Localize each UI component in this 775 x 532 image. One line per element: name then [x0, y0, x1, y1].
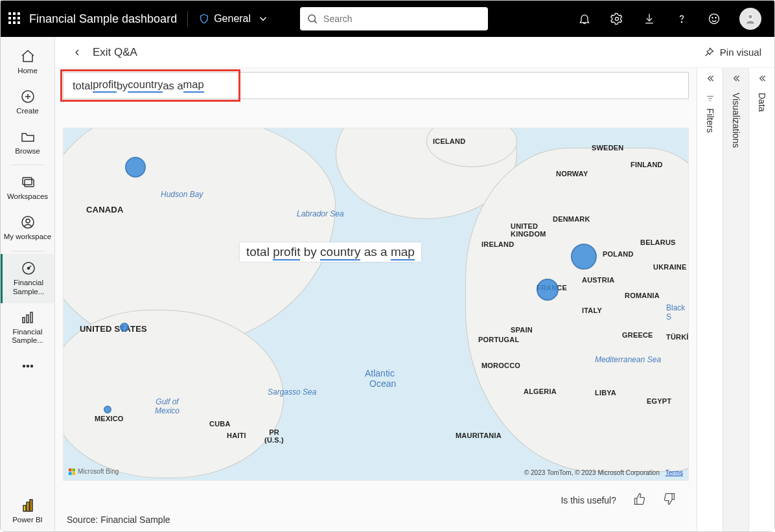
terms-link[interactable]: Terms	[665, 469, 683, 476]
bing-logo-icon	[69, 468, 75, 475]
qna-term-country: country	[128, 78, 163, 93]
top-bar: Financial Sample dashboard General	[1, 1, 774, 37]
nav-my-workspace[interactable]: My workspace	[1, 208, 54, 248]
collapse-viz-icon[interactable]	[731, 73, 741, 84]
label-belarus: BELARUS	[640, 238, 676, 246]
bubble-canada[interactable]	[125, 157, 146, 178]
label-haiti: HAITI	[227, 432, 246, 439]
gauge-icon	[21, 260, 36, 276]
label-gulf-mexico: Gulf of Mexico	[148, 397, 187, 415]
sensitivity-dropdown[interactable]: General	[198, 13, 269, 25]
smiley-icon	[708, 12, 721, 25]
nav-powerbi[interactable]: Power BI	[1, 491, 54, 531]
chevron-left-icon	[72, 47, 82, 58]
label-us: UNITED STATES	[80, 324, 147, 334]
label-uk: UNITED KINGDOM	[511, 222, 556, 238]
exit-qna-label[interactable]: Exit Q&A	[93, 46, 137, 59]
pin-label: Pin visual	[720, 47, 761, 58]
label-pr: PR (U.S.)	[261, 428, 287, 444]
data-pane[interactable]: Data	[748, 68, 774, 531]
filters-pane[interactable]: Filters	[697, 68, 723, 531]
label-spain: SPAIN	[511, 326, 533, 334]
person-circle-icon	[20, 214, 36, 230]
bubble-germany[interactable]	[571, 244, 597, 270]
sensitivity-label: General	[214, 13, 251, 25]
nav-workspaces[interactable]: Workspaces	[1, 168, 54, 208]
notifications-button[interactable]	[577, 12, 592, 26]
svg-rect-11	[23, 178, 32, 185]
svg-rect-17	[23, 318, 25, 323]
divider	[187, 11, 188, 27]
settings-button[interactable]	[610, 12, 624, 26]
feedback-button[interactable]	[707, 12, 721, 26]
svg-point-22	[30, 365, 32, 367]
download-button[interactable]	[642, 12, 656, 26]
app-launcher-icon[interactable]	[8, 12, 21, 25]
pin-visual-button[interactable]: Pin visual	[703, 47, 761, 58]
bubble-mexico[interactable]	[104, 406, 111, 413]
data-label: Data	[757, 93, 767, 112]
svg-rect-28	[69, 472, 72, 475]
map-visual[interactable]: Hudson Bay Labrador Sea Sargasso Sea Gul…	[63, 128, 689, 481]
back-button[interactable]	[68, 43, 86, 62]
sub-header: Exit Q&A Pin visual	[55, 37, 774, 68]
label-portugal: PORTUGAL	[478, 336, 519, 343]
top-icon-group	[577, 8, 761, 30]
svg-point-7	[748, 14, 753, 19]
label-egypt: EGYPT	[647, 397, 671, 405]
person-icon	[744, 12, 757, 25]
collapse-filters-icon[interactable]	[705, 73, 715, 84]
svg-point-20	[23, 365, 25, 367]
chevron-down-icon	[257, 13, 269, 25]
qna-term-profit: profit	[93, 78, 117, 93]
svg-point-6	[715, 17, 716, 18]
nav-create-label: Create	[16, 107, 39, 116]
nav-powerbi-label: Power BI	[12, 516, 43, 525]
filters-label: Filters	[705, 108, 715, 133]
label-libya: LIBYA	[595, 389, 616, 397]
visualizations-pane[interactable]: Visualizations	[723, 68, 748, 531]
source-label: Source: Financial Sample	[63, 512, 689, 531]
qna-input[interactable]: total profit by country as a map	[63, 72, 689, 99]
svg-line-1	[314, 21, 316, 23]
account-avatar[interactable]	[739, 8, 761, 30]
nav-financial-sample-report[interactable]: Financial Sample...	[1, 303, 54, 353]
svg-rect-23	[23, 505, 26, 511]
qna-term-map: map	[183, 78, 204, 93]
bars-icon	[20, 310, 36, 325]
viz-label: Visualizations	[731, 93, 741, 148]
svg-rect-18	[27, 315, 29, 323]
nav-browse[interactable]: Browse	[1, 122, 54, 163]
thumbs-up-icon	[633, 492, 646, 505]
label-poland: POLAND	[603, 250, 634, 258]
nav-browse-label: Browse	[15, 147, 40, 156]
nav-fs2-label: Financial Sample...	[3, 328, 52, 346]
gear-icon	[610, 12, 623, 25]
nav-create[interactable]: Create	[1, 82, 54, 122]
feedback-question: Is this useful?	[561, 495, 616, 505]
bell-icon	[578, 12, 591, 25]
nav-more[interactable]	[1, 352, 54, 383]
label-canada: CANADA	[86, 205, 124, 214]
thumbs-up-button[interactable]	[633, 492, 646, 508]
right-panes: Filters Visualizations Data	[697, 68, 774, 531]
help-button[interactable]	[675, 12, 689, 26]
global-search[interactable]	[300, 7, 488, 30]
search-input[interactable]	[323, 14, 481, 24]
collapse-data-icon[interactable]	[757, 73, 767, 84]
svg-point-2	[616, 17, 619, 21]
dashboard-title: Financial Sample dashboard	[29, 12, 177, 26]
bing-attribution: Microsoft Bing	[69, 468, 119, 475]
bubble-france[interactable]	[537, 279, 559, 301]
svg-point-21	[27, 365, 29, 367]
nav-home[interactable]: Home	[1, 42, 54, 82]
label-mauritania: MAURITANIA	[456, 432, 502, 439]
thumbs-down-button[interactable]	[663, 492, 676, 508]
bubble-us[interactable]	[120, 323, 129, 332]
left-nav: Home Create Browse Workspaces My workspa…	[1, 37, 55, 531]
qna-text: total	[73, 80, 93, 92]
home-icon	[20, 49, 36, 64]
svg-point-5	[712, 17, 713, 18]
nav-financial-sample-dashboard[interactable]: Financial Sample...	[1, 254, 54, 303]
powerbi-icon	[20, 498, 36, 513]
